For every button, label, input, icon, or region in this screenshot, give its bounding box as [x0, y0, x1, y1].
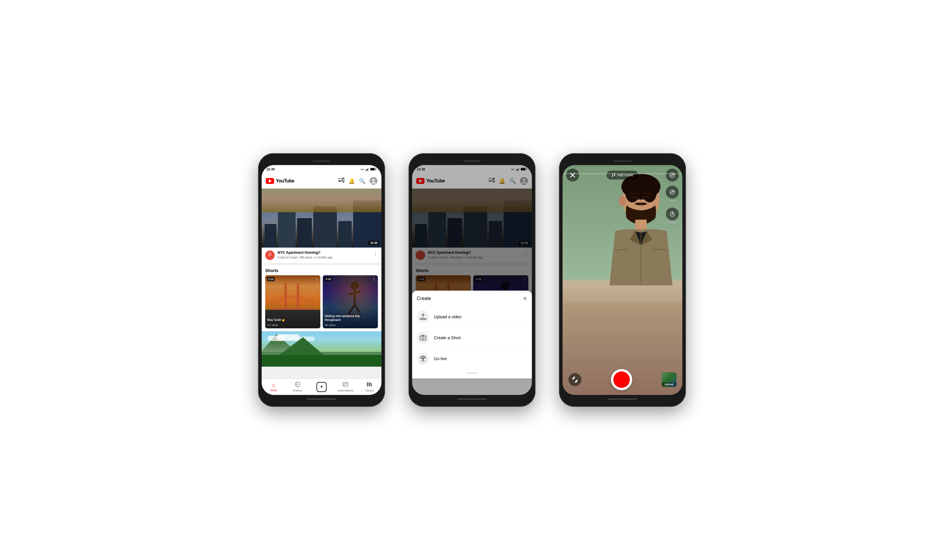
camera-view: Add music [563, 165, 682, 395]
svg-rect-5 [376, 169, 376, 170]
speed-label: Speed [668, 200, 676, 203]
search-icon-2[interactable]: 🔍 [509, 178, 516, 184]
channel-avatar [265, 251, 275, 260]
landscape-thumbnail[interactable] [262, 331, 381, 367]
video-info-row: NYC Apartment Hunting!! Coast to Coast •… [262, 248, 381, 265]
bell-icon[interactable]: 🔔 [349, 178, 355, 184]
header-icons: 🔔 🔍 [338, 177, 377, 185]
phone-3-home-indicator [608, 398, 637, 400]
phone-2-video-thumb: 10:00 [412, 189, 532, 248]
short-1-duration: 0:15 [267, 277, 275, 281]
svg-point-59 [625, 182, 640, 203]
youtube-logo-icon-2 [416, 178, 424, 184]
signal-icon [366, 168, 369, 171]
svg-rect-29 [369, 382, 370, 386]
timer-control[interactable]: Timer [666, 208, 679, 225]
svg-point-42 [523, 178, 525, 182]
svg-point-11 [372, 178, 375, 182]
svg-rect-6 [370, 168, 375, 170]
nav-create[interactable]: + [310, 382, 333, 392]
svg-point-24 [297, 384, 298, 385]
cast-icon-2[interactable] [489, 178, 495, 184]
main-video-thumb[interactable]: 10:00 [262, 189, 381, 248]
user-avatar-2[interactable] [520, 177, 528, 185]
svg-point-66 [612, 176, 613, 177]
phone-1-status-icons [360, 168, 377, 171]
nav-library-label: Library [366, 389, 374, 392]
svg-rect-1 [366, 169, 367, 171]
video-more-icon-2: ⋮ [524, 251, 528, 256]
search-icon[interactable]: 🔍 [359, 178, 366, 184]
short-2-duration: 0:28 [324, 277, 332, 281]
phone-3: Add music [559, 153, 686, 407]
camera-right-controls: Speed Timer [666, 186, 679, 225]
video-title: NYC Apartment Hunting!! [278, 251, 370, 255]
svg-rect-34 [518, 168, 519, 171]
nav-home[interactable]: ⌂ Home [262, 382, 285, 392]
upload-btn-label: Upload [662, 382, 676, 386]
phone-1-content: 10:00 NYC Apartment Hunting!! Coast to C… [262, 189, 381, 378]
modal-create-short-item[interactable]: Create a Short [417, 328, 527, 348]
short-2-more-icon[interactable]: ⋮ [372, 277, 376, 282]
short-2-1-duration: 0:15 [417, 277, 425, 281]
phone-3-inner: Add music [563, 165, 682, 395]
short-1-more-icon[interactable]: ⋮ [315, 277, 319, 282]
svg-point-56 [422, 358, 424, 360]
svg-rect-0 [366, 170, 366, 171]
svg-rect-36 [526, 169, 527, 170]
modal-go-live-item[interactable]: Go live [417, 348, 527, 369]
svg-rect-32 [517, 169, 517, 171]
video-meta: NYC Apartment Hunting!! Coast to Coast •… [278, 251, 370, 259]
upload-label: Upload a video [434, 314, 461, 319]
camera-close-button[interactable] [566, 169, 579, 182]
svg-point-55 [422, 337, 424, 339]
nav-explore[interactable]: Explore [285, 382, 310, 392]
svg-point-60 [643, 182, 657, 203]
bell-icon-2[interactable]: 🔔 [499, 178, 505, 184]
upload-from-gallery-button[interactable]: Upload [662, 372, 676, 387]
short-card-1[interactable]: 0:15 ⋮ Stay Gold 🤟 2.5 views [265, 275, 320, 328]
timer-label: Timer [669, 222, 676, 225]
modal-close-button[interactable]: ✕ [523, 295, 527, 302]
shorts-section: Shorts [262, 265, 381, 331]
cast-icon[interactable] [338, 178, 344, 184]
short-2-label: Gliding into weekend like #longboard [324, 314, 376, 322]
nav-subscriptions[interactable]: Subscriptions [334, 382, 358, 392]
video-more-icon[interactable]: ⋮ [373, 251, 378, 256]
upload-icon [417, 311, 429, 323]
svg-rect-40 [494, 178, 494, 182]
speed-control[interactable]: Speed [666, 186, 679, 203]
user-avatar[interactable] [370, 177, 377, 185]
nav-library[interactable]: Library [358, 382, 381, 392]
phone-2-status-bar: 12:30 [412, 165, 532, 173]
modal-upload-item[interactable]: Upload a video [417, 306, 527, 328]
svg-rect-3 [368, 168, 369, 171]
phone-2-video-bg [412, 189, 532, 248]
create-short-label: Create a Short [434, 335, 461, 340]
phone-2: 12:30 [409, 153, 535, 407]
record-button[interactable] [611, 369, 632, 390]
phone-2-status-icons [511, 168, 527, 171]
create-plus-icon[interactable]: + [316, 382, 327, 392]
camera-flip-button[interactable] [568, 373, 582, 386]
battery-icon [370, 168, 377, 171]
short-2-2-more: ⋮ [523, 277, 527, 282]
short-card-2[interactable]: 0:28 ⋮ Gliding into weekend like #longbo… [323, 275, 378, 328]
phone-1-home-indicator [307, 398, 336, 400]
video-subtitle-2: Coast to Coast • 3M views • 2 months ago [428, 256, 521, 259]
channel-avatar-2 [416, 251, 425, 260]
svg-rect-52 [420, 318, 426, 320]
youtube-logo-icon [266, 178, 274, 184]
subscriptions-icon [343, 382, 348, 388]
svg-point-43 [416, 251, 425, 260]
camera-speed-button[interactable] [666, 169, 679, 182]
person-figure [597, 171, 674, 371]
svg-point-67 [614, 175, 615, 176]
svg-point-61 [619, 196, 626, 206]
go-live-label: Go live [434, 356, 447, 361]
modal-header: Create ✕ [417, 295, 527, 302]
add-music-button[interactable]: Add music [606, 171, 639, 180]
flip-camera-icon [571, 376, 578, 383]
phone-1-bottom-bar [262, 395, 381, 403]
svg-rect-28 [367, 382, 368, 386]
